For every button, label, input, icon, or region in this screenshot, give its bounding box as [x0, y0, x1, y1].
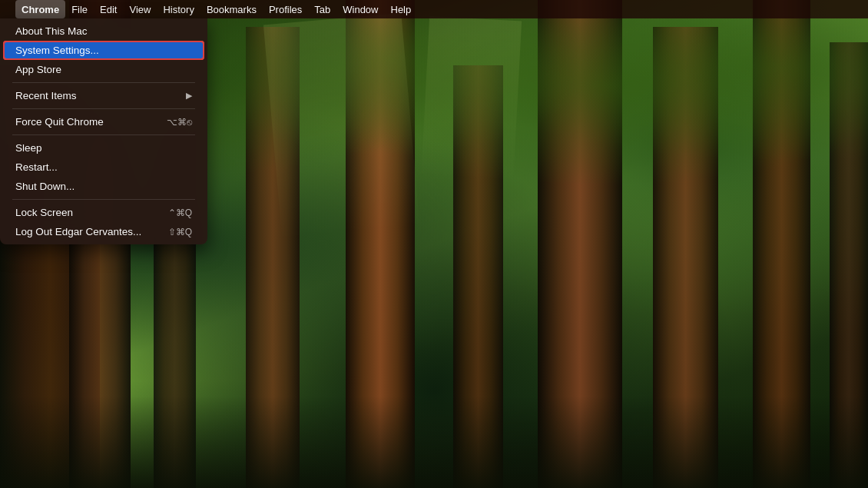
menubar-file[interactable]: File: [65, 0, 94, 18]
sleep-label: Sleep: [15, 142, 42, 154]
lock-screen-shortcut: ⌃⌘Q: [168, 207, 192, 218]
apple-dropdown-menu: About This Mac System Settings... App St…: [0, 18, 207, 244]
menubar-chrome[interactable]: Chrome: [15, 0, 65, 18]
menubar: Chrome File Edit View History Bookmarks …: [0, 0, 868, 18]
menubar-profiles[interactable]: Profiles: [263, 0, 308, 18]
system-settings-item[interactable]: System Settings...: [3, 41, 204, 60]
force-quit-shortcut: ⌥⌘⎋: [167, 117, 192, 128]
app-store-item[interactable]: App Store: [3, 60, 204, 79]
separator-4: [12, 199, 195, 200]
menubar-history[interactable]: History: [157, 0, 200, 18]
log-out-item[interactable]: Log Out Edgar Cervantes... ⇧⌘Q: [3, 222, 204, 241]
separator-1: [12, 82, 195, 83]
sleep-item[interactable]: Sleep: [3, 138, 204, 158]
separator-3: [12, 134, 195, 135]
log-out-label: Log Out Edgar Cervantes...: [15, 226, 141, 237]
about-this-mac-label: About This Mac: [15, 25, 88, 37]
menubar-view[interactable]: View: [123, 0, 157, 18]
menubar-window[interactable]: Window: [336, 0, 384, 18]
restart-item[interactable]: Restart...: [3, 158, 204, 177]
menubar-bookmarks[interactable]: Bookmarks: [200, 0, 263, 18]
apple-menu-button[interactable]: [3, 0, 15, 18]
separator-2: [12, 108, 195, 109]
shut-down-label: Shut Down...: [15, 181, 75, 192]
menubar-tab[interactable]: Tab: [308, 0, 336, 18]
lock-screen-item[interactable]: Lock Screen ⌃⌘Q: [3, 203, 204, 222]
recent-items-item[interactable]: Recent Items ▶: [3, 86, 204, 105]
recent-items-arrow: ▶: [186, 91, 192, 101]
log-out-shortcut: ⇧⌘Q: [168, 227, 192, 237]
app-store-label: App Store: [15, 64, 61, 75]
force-quit-item[interactable]: Force Quit Chrome ⌥⌘⎋: [3, 112, 204, 131]
shut-down-item[interactable]: Shut Down...: [3, 177, 204, 196]
system-settings-label: System Settings...: [15, 45, 99, 56]
force-quit-label: Force Quit Chrome: [15, 116, 104, 128]
recent-items-label: Recent Items: [15, 90, 77, 101]
restart-label: Restart...: [15, 161, 58, 173]
menubar-help[interactable]: Help: [385, 0, 418, 18]
menubar-edit[interactable]: Edit: [94, 0, 123, 18]
about-this-mac-item[interactable]: About This Mac: [3, 22, 204, 41]
lock-screen-label: Lock Screen: [15, 207, 73, 218]
